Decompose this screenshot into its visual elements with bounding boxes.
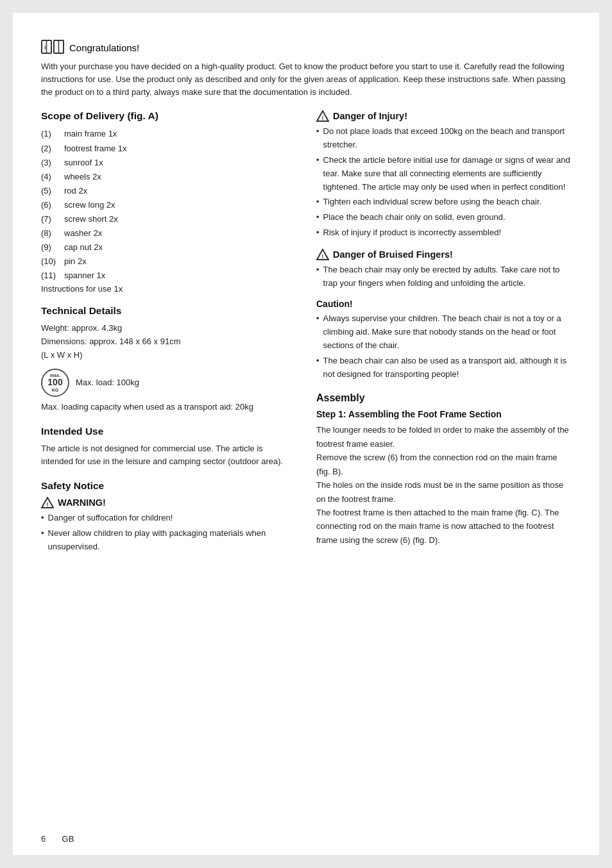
intended-use-title: Intended Use [41,426,296,437]
max-load-badge: max. 100 KG [41,369,69,397]
list-item: (5)rod 2x [41,184,296,198]
list-item: Tighten each individual screw before usi… [316,196,571,209]
danger-injury-header: ! Danger of Injury! [316,110,571,122]
list-item: Always supervise your children. The beac… [316,312,571,352]
delivery-note: Instructions for use 1x [41,284,296,294]
danger-bruised-title: Danger of Bruised Fingers! [333,249,453,260]
list-item: (6)screw long 2x [41,198,296,212]
danger-injury-list: Do not place loads that exceed 100kg on … [316,125,571,239]
svg-text:!: ! [322,115,324,121]
danger-injury-title: Danger of Injury! [333,111,407,121]
intended-use-section: Intended Use The article is not designed… [41,426,296,469]
caution-list: Always supervise your children. The beac… [316,312,571,381]
book-icon: i [41,38,64,56]
document-page: i Congratulations! With your purchase yo… [13,13,599,855]
list-item: Risk of injury if product is incorrectly… [316,226,571,240]
danger-injury-icon: ! [316,110,329,122]
safety-notice-title: Safety Notice [41,480,296,492]
warning-header: ! WARNING! [41,497,296,508]
intro-text: With your purchase you have decided on a… [41,60,571,99]
scope-title: Scope of Delivery (fig. A) [41,110,296,122]
warning-triangle-icon: ! [41,497,54,508]
danger-injury-section: ! Danger of Injury! Do not place loads t… [316,110,571,239]
scope-of-delivery-section: Scope of Delivery (fig. A) (1)main frame… [41,110,296,294]
max-load-label: Max. load: 100kg [76,378,139,387]
danger-bruised-section: ! Danger of Bruised Fingers! The beach c… [316,249,571,290]
page-footer: 6 GB [41,834,74,844]
list-item: Do not place loads that exceed 100kg on … [316,125,571,152]
assembly-title: Assembly [316,392,571,404]
list-item: (7)screw short 2x [41,212,296,226]
danger-bruised-icon: ! [316,249,329,260]
intro-title: Congratulations! [69,42,139,53]
list-item: (4)wheels 2x [41,170,296,184]
dimensions-text: Dimensions: approx. 148 x 66 x 91cm [41,335,296,349]
list-item: The beach chair may only be erected by a… [316,263,571,290]
list-item: (1)main frame 1x [41,127,296,141]
right-column: ! Danger of Injury! Do not place loads t… [316,110,571,562]
warning-title: WARNING! [58,497,106,508]
list-item: (11)spanner 1x [41,269,296,283]
svg-text:!: ! [322,253,324,259]
list-item: Place the beach chair only on solid, eve… [316,211,571,224]
technical-title: Technical Details [41,305,296,317]
language-code: GB [62,834,74,844]
dimensions-text2: (L x W x H) [41,349,296,362]
page-number: 6 [41,834,46,844]
delivery-list: (1)main frame 1x (2)footrest frame 1x (3… [41,127,296,283]
technical-details-section: Technical Details Weight: approx. 4.3kg … [41,305,296,413]
svg-text:i: i [44,44,46,51]
list-item: Danger of suffocation for children! [41,512,296,525]
step1-title: Step 1: Assembling the Foot Frame Sectio… [316,409,571,419]
danger-bruised-list: The beach chair may only be erected by a… [316,263,571,290]
intro-header: i Congratulations! [41,38,571,56]
danger-bruised-header: ! Danger of Bruised Fingers! [316,249,571,260]
weight-text: Weight: approx. 4.3kg [41,322,296,335]
list-item: (9)cap nut 2x [41,240,296,255]
two-column-layout: Scope of Delivery (fig. A) (1)main frame… [41,110,571,562]
list-item: The beach chair can also be used as a tr… [316,355,571,381]
warning-list: Danger of suffocation for children! Neve… [41,512,296,553]
caution-title: Caution! [316,299,571,309]
left-column: Scope of Delivery (fig. A) (1)main frame… [41,110,296,562]
transport-load-text: Max. loading capacity when used as a tra… [41,401,296,414]
max-load-block: max. 100 KG Max. load: 100kg [41,369,296,397]
safety-notice-section: Safety Notice ! WARNING! Danger of suffo… [41,480,296,553]
list-item: (2)footrest frame 1x [41,142,296,156]
step1-text: The lounger needs to be folded in order … [316,423,571,547]
assembly-section: Assembly Step 1: Assembling the Foot Fra… [316,392,571,547]
list-item: Check the article before initial use for… [316,154,571,194]
list-item: Never allow children to play with packag… [41,527,296,554]
caution-section: Caution! Always supervise your children.… [316,299,571,381]
svg-text:!: ! [47,501,49,508]
list-item: (10)pin 2x [41,255,296,269]
list-item: (8)washer 2x [41,226,296,240]
list-item: (3)sunroof 1x [41,156,296,170]
intended-use-text: The article is not designed for commerci… [41,442,296,469]
